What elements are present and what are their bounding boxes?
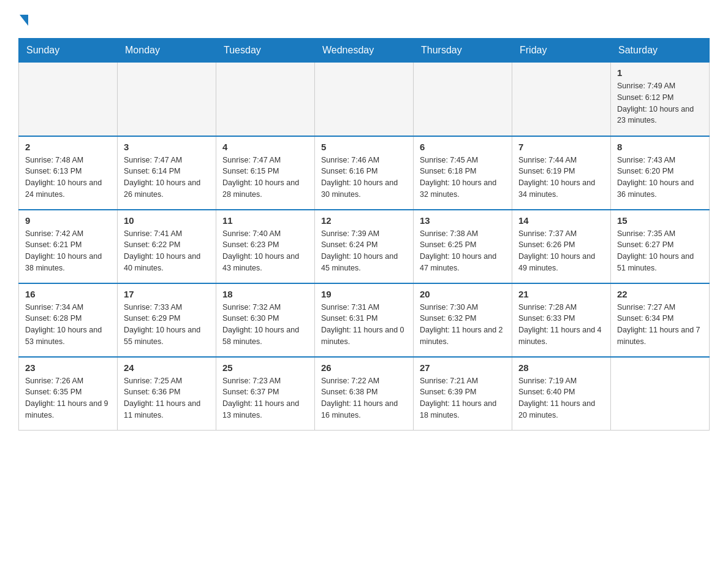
day-info: Sunrise: 7:19 AM Sunset: 6:40 PM Dayligh… (518, 375, 604, 421)
day-header-tuesday: Tuesday (216, 39, 315, 63)
day-number: 1 (617, 67, 703, 78)
day-header-wednesday: Wednesday (315, 39, 414, 63)
day-info: Sunrise: 7:49 AM Sunset: 6:12 PM Dayligh… (617, 80, 703, 126)
day-info: Sunrise: 7:45 AM Sunset: 6:18 PM Dayligh… (420, 155, 506, 201)
day-header-friday: Friday (512, 39, 611, 63)
calendar-cell: 21Sunrise: 7:28 AM Sunset: 6:33 PM Dayli… (512, 283, 611, 357)
calendar-cell: 12Sunrise: 7:39 AM Sunset: 6:24 PM Dayli… (315, 210, 414, 283)
calendar-cell: 15Sunrise: 7:35 AM Sunset: 6:27 PM Dayli… (611, 210, 710, 283)
day-info: Sunrise: 7:30 AM Sunset: 6:32 PM Dayligh… (420, 302, 506, 348)
day-info: Sunrise: 7:26 AM Sunset: 6:35 PM Dayligh… (25, 375, 111, 421)
calendar-cell (315, 63, 414, 136)
calendar-cell: 9Sunrise: 7:42 AM Sunset: 6:21 PM Daylig… (19, 210, 118, 283)
day-number: 18 (222, 289, 308, 299)
calendar-cell: 23Sunrise: 7:26 AM Sunset: 6:35 PM Dayli… (19, 357, 118, 431)
day-number: 6 (420, 142, 506, 152)
calendar-cell: 7Sunrise: 7:44 AM Sunset: 6:19 PM Daylig… (512, 136, 611, 210)
day-info: Sunrise: 7:27 AM Sunset: 6:34 PM Dayligh… (617, 302, 703, 348)
calendar-week-row: 9Sunrise: 7:42 AM Sunset: 6:21 PM Daylig… (19, 210, 710, 283)
day-number: 13 (420, 215, 506, 226)
day-number: 9 (25, 215, 111, 226)
calendar-cell: 4Sunrise: 7:47 AM Sunset: 6:15 PM Daylig… (216, 136, 315, 210)
day-info: Sunrise: 7:46 AM Sunset: 6:16 PM Dayligh… (321, 155, 407, 201)
day-info: Sunrise: 7:41 AM Sunset: 6:22 PM Dayligh… (124, 228, 210, 274)
day-info: Sunrise: 7:31 AM Sunset: 6:31 PM Dayligh… (321, 302, 407, 348)
day-header-sunday: Sunday (19, 39, 118, 63)
calendar-week-row: 1Sunrise: 7:49 AM Sunset: 6:12 PM Daylig… (19, 63, 710, 136)
calendar-cell (611, 357, 710, 431)
day-info: Sunrise: 7:44 AM Sunset: 6:19 PM Dayligh… (518, 155, 604, 201)
day-number: 4 (222, 142, 308, 152)
day-info: Sunrise: 7:34 AM Sunset: 6:28 PM Dayligh… (25, 302, 111, 348)
logo (18, 12, 28, 26)
day-number: 20 (420, 289, 506, 299)
calendar-cell: 27Sunrise: 7:21 AM Sunset: 6:39 PM Dayli… (414, 357, 512, 431)
day-info: Sunrise: 7:47 AM Sunset: 6:14 PM Dayligh… (124, 155, 210, 201)
calendar-week-row: 2Sunrise: 7:48 AM Sunset: 6:13 PM Daylig… (19, 136, 710, 210)
calendar-cell: 17Sunrise: 7:33 AM Sunset: 6:29 PM Dayli… (118, 283, 216, 357)
day-number: 15 (617, 215, 703, 226)
day-info: Sunrise: 7:23 AM Sunset: 6:37 PM Dayligh… (222, 375, 308, 421)
day-info: Sunrise: 7:37 AM Sunset: 6:26 PM Dayligh… (518, 228, 604, 274)
day-number: 26 (321, 362, 407, 373)
day-number: 14 (518, 215, 604, 226)
day-info: Sunrise: 7:38 AM Sunset: 6:25 PM Dayligh… (420, 228, 506, 274)
day-info: Sunrise: 7:43 AM Sunset: 6:20 PM Dayligh… (617, 155, 703, 201)
day-info: Sunrise: 7:35 AM Sunset: 6:27 PM Dayligh… (617, 228, 703, 274)
day-number: 27 (420, 362, 506, 373)
day-number: 19 (321, 289, 407, 299)
day-info: Sunrise: 7:47 AM Sunset: 6:15 PM Dayligh… (222, 155, 308, 201)
day-info: Sunrise: 7:32 AM Sunset: 6:30 PM Dayligh… (222, 302, 308, 348)
day-number: 16 (25, 289, 111, 299)
calendar-cell: 2Sunrise: 7:48 AM Sunset: 6:13 PM Daylig… (19, 136, 118, 210)
calendar-cell: 10Sunrise: 7:41 AM Sunset: 6:22 PM Dayli… (118, 210, 216, 283)
calendar-cell: 3Sunrise: 7:47 AM Sunset: 6:14 PM Daylig… (118, 136, 216, 210)
logo-arrow-icon (20, 15, 28, 26)
day-number: 10 (124, 215, 210, 226)
calendar-cell: 14Sunrise: 7:37 AM Sunset: 6:26 PM Dayli… (512, 210, 611, 283)
day-header-monday: Monday (118, 39, 216, 63)
day-number: 28 (518, 362, 604, 373)
day-number: 12 (321, 215, 407, 226)
day-number: 5 (321, 142, 407, 152)
day-number: 2 (25, 142, 111, 152)
day-info: Sunrise: 7:39 AM Sunset: 6:24 PM Dayligh… (321, 228, 407, 274)
day-number: 17 (124, 289, 210, 299)
day-header-thursday: Thursday (414, 39, 512, 63)
day-info: Sunrise: 7:28 AM Sunset: 6:33 PM Dayligh… (518, 302, 604, 348)
page-header (18, 12, 710, 26)
calendar-cell: 20Sunrise: 7:30 AM Sunset: 6:32 PM Dayli… (414, 283, 512, 357)
calendar-week-row: 16Sunrise: 7:34 AM Sunset: 6:28 PM Dayli… (19, 283, 710, 357)
calendar-cell: 22Sunrise: 7:27 AM Sunset: 6:34 PM Dayli… (611, 283, 710, 357)
day-info: Sunrise: 7:33 AM Sunset: 6:29 PM Dayligh… (124, 302, 210, 348)
calendar-cell: 26Sunrise: 7:22 AM Sunset: 6:38 PM Dayli… (315, 357, 414, 431)
day-number: 7 (518, 142, 604, 152)
calendar-cell: 28Sunrise: 7:19 AM Sunset: 6:40 PM Dayli… (512, 357, 611, 431)
calendar-cell: 25Sunrise: 7:23 AM Sunset: 6:37 PM Dayli… (216, 357, 315, 431)
calendar-week-row: 23Sunrise: 7:26 AM Sunset: 6:35 PM Dayli… (19, 357, 710, 431)
calendar-cell: 8Sunrise: 7:43 AM Sunset: 6:20 PM Daylig… (611, 136, 710, 210)
day-number: 8 (617, 142, 703, 152)
calendar-cell: 11Sunrise: 7:40 AM Sunset: 6:23 PM Dayli… (216, 210, 315, 283)
day-info: Sunrise: 7:48 AM Sunset: 6:13 PM Dayligh… (25, 155, 111, 201)
day-info: Sunrise: 7:40 AM Sunset: 6:23 PM Dayligh… (222, 228, 308, 274)
day-info: Sunrise: 7:22 AM Sunset: 6:38 PM Dayligh… (321, 375, 407, 421)
calendar-cell (414, 63, 512, 136)
day-number: 22 (617, 289, 703, 299)
day-number: 11 (222, 215, 308, 226)
calendar-cell: 1Sunrise: 7:49 AM Sunset: 6:12 PM Daylig… (611, 63, 710, 136)
day-number: 25 (222, 362, 308, 373)
day-header-saturday: Saturday (611, 39, 710, 63)
calendar-cell (19, 63, 118, 136)
calendar-cell: 6Sunrise: 7:45 AM Sunset: 6:18 PM Daylig… (414, 136, 512, 210)
day-number: 24 (124, 362, 210, 373)
calendar-cell (512, 63, 611, 136)
day-number: 21 (518, 289, 604, 299)
calendar-cell: 24Sunrise: 7:25 AM Sunset: 6:36 PM Dayli… (118, 357, 216, 431)
calendar-cell (118, 63, 216, 136)
calendar-cell: 19Sunrise: 7:31 AM Sunset: 6:31 PM Dayli… (315, 283, 414, 357)
calendar-cell: 5Sunrise: 7:46 AM Sunset: 6:16 PM Daylig… (315, 136, 414, 210)
calendar-table: SundayMondayTuesdayWednesdayThursdayFrid… (18, 38, 710, 431)
calendar-cell: 13Sunrise: 7:38 AM Sunset: 6:25 PM Dayli… (414, 210, 512, 283)
day-info: Sunrise: 7:25 AM Sunset: 6:36 PM Dayligh… (124, 375, 210, 421)
